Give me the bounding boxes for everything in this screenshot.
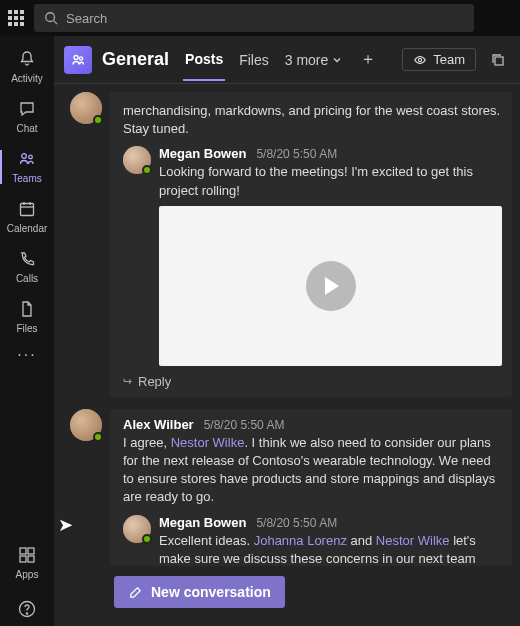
video-attachment[interactable] (159, 206, 502, 366)
svg-rect-8 (20, 548, 26, 554)
apps-icon (16, 544, 38, 566)
rail-calendar[interactable]: Calendar (0, 192, 54, 242)
post-body: merchandising, markdowns, and pricing fo… (110, 92, 512, 397)
svg-rect-17 (495, 57, 503, 65)
tab-more-label: 3 more (285, 52, 329, 68)
rail-files[interactable]: Files (0, 292, 54, 342)
team-button-label: Team (433, 52, 465, 67)
presence-available-icon (142, 534, 152, 544)
search-placeholder: Search (66, 11, 107, 26)
post-thread: merchandising, markdowns, and pricing fo… (54, 84, 512, 401)
reply-timestamp: 5/8/20 5:50 AM (256, 147, 337, 161)
phone-icon (16, 248, 38, 270)
post-text: I agree, Nestor Wilke. I think we also n… (123, 434, 502, 507)
search-input[interactable]: Search (34, 4, 474, 32)
avatar[interactable] (123, 146, 151, 174)
avatar[interactable] (123, 515, 151, 543)
popout-icon[interactable] (486, 48, 510, 72)
reply-timestamp: 5/8/20 5:50 AM (256, 516, 337, 530)
svg-point-2 (22, 154, 27, 159)
app-rail: Activity Chat Teams Calendar Calls Files… (0, 36, 54, 626)
reply-text: Excellent ideas. Johanna Lorenz and Nest… (159, 532, 502, 567)
svg-point-15 (79, 56, 82, 59)
rail-label: Calendar (7, 223, 48, 234)
chat-icon (16, 98, 38, 120)
svg-rect-4 (21, 204, 34, 216)
reply-author: Megan Bowen (159, 515, 246, 530)
rail-label: Chat (16, 123, 37, 134)
avatar[interactable] (70, 92, 102, 124)
presence-available-icon (93, 432, 103, 442)
svg-point-3 (29, 155, 33, 159)
svg-point-14 (74, 55, 78, 59)
teams-icon (16, 148, 38, 170)
reply-arrow-icon: ↩ (123, 375, 132, 388)
svg-point-0 (46, 13, 55, 22)
chevron-down-icon (332, 55, 342, 65)
tab-more[interactable]: 3 more (283, 40, 345, 80)
reply-button[interactable]: ↩ Reply (123, 374, 502, 389)
rail-apps[interactable]: Apps (0, 538, 54, 588)
file-icon (16, 298, 38, 320)
post-thread: Alex Wilber 5/8/20 5:50 AM I agree, Nest… (54, 401, 512, 566)
avatar[interactable] (70, 409, 102, 441)
calendar-icon (16, 198, 38, 220)
svg-line-1 (54, 21, 58, 25)
rail-label: Calls (16, 273, 38, 284)
play-icon (306, 261, 356, 311)
meet-team-button[interactable]: Team (402, 48, 476, 71)
eye-icon (413, 53, 427, 67)
bell-icon (16, 48, 38, 70)
svg-rect-11 (28, 556, 34, 562)
channel-title: General (102, 49, 169, 70)
posts-scroll[interactable]: merchandising, markdowns, and pricing fo… (54, 84, 520, 566)
channel-tabs: Posts Files 3 more ＋ (183, 39, 380, 81)
channel-view: General Posts Files 3 more ＋ Team mercha… (54, 36, 520, 626)
compose-icon (128, 585, 143, 600)
team-avatar-icon (70, 52, 86, 68)
post-reply: Megan Bowen 5/8/20 5:50 AM Excellent ide… (123, 515, 502, 567)
post-body: Alex Wilber 5/8/20 5:50 AM I agree, Nest… (110, 409, 512, 566)
rail-calls[interactable]: Calls (0, 242, 54, 292)
help-icon[interactable] (16, 598, 38, 620)
reply-text: Looking forward to the meetings! I'm exc… (159, 163, 502, 199)
post-timestamp: 5/8/20 5:50 AM (204, 418, 285, 432)
add-tab-button[interactable]: ＋ (356, 48, 380, 72)
rail-chat[interactable]: Chat (0, 92, 54, 142)
reply-author: Megan Bowen (159, 146, 246, 161)
app-launcher-icon[interactable] (6, 8, 26, 28)
reply-label: Reply (138, 374, 171, 389)
rail-label: Activity (11, 73, 43, 84)
presence-available-icon (93, 115, 103, 125)
svg-rect-9 (28, 548, 34, 554)
rail-teams[interactable]: Teams (0, 142, 54, 192)
new-conversation-label: New conversation (151, 584, 271, 600)
search-icon (44, 11, 58, 25)
window-titlebar: Search (0, 0, 520, 36)
tab-files[interactable]: Files (237, 40, 271, 80)
team-avatar[interactable] (64, 46, 92, 74)
post-text: merchandising, markdowns, and pricing fo… (123, 102, 502, 138)
post-reply: Megan Bowen 5/8/20 5:50 AM Looking forwa… (123, 146, 502, 365)
composer-area: New conversation (54, 566, 520, 626)
rail-more-button[interactable]: ··· (17, 346, 36, 364)
post-author: Alex Wilber (123, 417, 194, 432)
svg-point-13 (26, 613, 27, 614)
svg-point-16 (419, 58, 422, 61)
rail-label: Teams (12, 173, 41, 184)
tab-posts[interactable]: Posts (183, 39, 225, 81)
presence-available-icon (142, 165, 152, 175)
mention-link[interactable]: Johanna Lorenz (254, 533, 347, 548)
rail-label: Files (16, 323, 37, 334)
mention-link[interactable]: Nestor Wilke (171, 435, 245, 450)
rail-label: Apps (16, 569, 39, 580)
mention-link[interactable]: Nestor Wilke (376, 533, 450, 548)
svg-rect-10 (20, 556, 26, 562)
rail-activity[interactable]: Activity (0, 42, 54, 92)
channel-header: General Posts Files 3 more ＋ Team (54, 36, 520, 84)
new-conversation-button[interactable]: New conversation (114, 576, 285, 608)
